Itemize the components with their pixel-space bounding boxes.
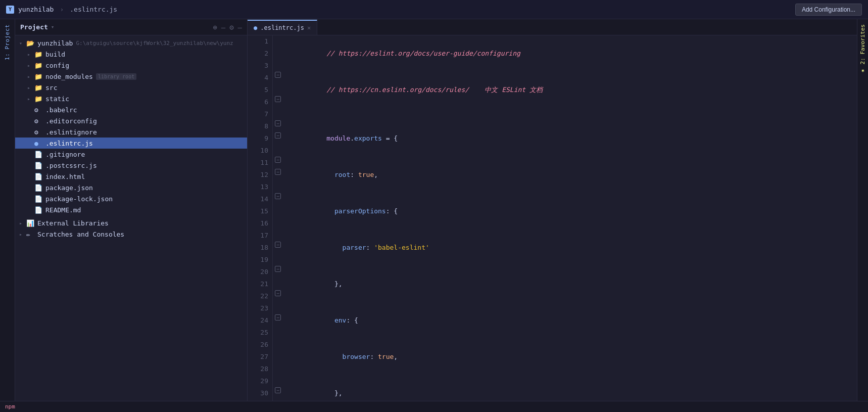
add-configuration-button[interactable]: Add Configuration... <box>795 4 862 16</box>
tree-root[interactable]: 📂 yunzhilab G:\atguigu\source\kjfWork\32… <box>15 37 247 49</box>
tree-label-babelrc: .babelrc <box>45 106 77 114</box>
filetree-collapse-icon[interactable]: — <box>221 23 225 31</box>
tree-item-scratches[interactable]: ✏️ Scratches and Consoles <box>15 228 247 240</box>
file-icon-eslintrc: ● <box>34 140 43 147</box>
ln-16: 16 <box>252 217 268 230</box>
tree-label-eslintrc: .eslintrc.js <box>45 140 93 147</box>
ln-9: 9 <box>252 132 268 145</box>
fold-marker-30[interactable]: − <box>275 387 281 393</box>
tab-label: .eslintrc.js <box>260 24 304 31</box>
bottombar: npm <box>0 401 868 412</box>
titlebar: Y yunzhilab › .eslintrc.js Add Configura… <box>0 0 868 19</box>
ln-3: 3 <box>252 60 268 72</box>
ln-20: 20 <box>252 266 268 278</box>
tree-item-config[interactable]: 📁 config <box>15 60 247 71</box>
fold-marker-12[interactable]: − <box>275 169 281 175</box>
tree-label-node-modules: node_modules <box>45 73 93 80</box>
ln-24: 24 <box>252 314 268 327</box>
editor-content-area: 1 2 3 4 5 6 7 8 9 10 11 12 13 14 15 16 1… <box>248 35 857 401</box>
filetree-settings-icon[interactable]: ⚙ <box>229 23 233 31</box>
tree-item-editorconfig[interactable]: ⚙ .editorconfig <box>15 115 247 126</box>
tree-label-index-html: index.html <box>45 173 85 180</box>
ln-19: 19 <box>252 254 268 266</box>
ln-4: 4 <box>252 72 268 84</box>
tree-item-static[interactable]: 📁 static <box>15 93 247 104</box>
app-name: yunzhilab <box>18 6 54 13</box>
fold-column: − − − − − − − − − − − − <box>273 35 283 401</box>
file-icon-index-html: 📄 <box>34 173 43 180</box>
fold-marker-9[interactable]: − <box>275 132 281 139</box>
fold-marker-6[interactable]: − <box>275 96 281 102</box>
tree-label-gitignore: .gitignore <box>45 151 85 158</box>
tree-item-postcssrc[interactable]: 📄 .postcssrc.js <box>15 160 247 171</box>
library-root-badge: library root <box>96 73 136 80</box>
titlebar-left: Y yunzhilab › .eslintrc.js <box>6 6 117 14</box>
ln-23: 23 <box>252 302 268 314</box>
ln-5: 5 <box>252 84 268 96</box>
fold-marker-20[interactable]: − <box>275 266 281 272</box>
file-icon-editorconfig: ⚙ <box>34 117 43 125</box>
tree-label-config: config <box>45 62 69 69</box>
tree-item-index-html[interactable]: 📄 index.html <box>15 171 247 182</box>
favorites-tab[interactable]: ★ 2: Favorites <box>858 19 868 80</box>
code-line-7: parser: 'babel-eslint' <box>287 230 853 266</box>
tree-item-external-libraries[interactable]: 📊 External Libraries <box>15 217 247 228</box>
folder-open-icon: 📂 <box>26 39 35 47</box>
tree-item-eslintrc[interactable]: ● .eslintrc.js <box>15 138 247 149</box>
filetree-close-icon[interactable]: — <box>238 23 242 31</box>
tree-item-build[interactable]: 📁 build <box>15 49 247 60</box>
npm-label[interactable]: npm <box>5 403 15 410</box>
tree-label-ext-libraries: External Libraries <box>37 219 109 227</box>
filetree-header-left: Project ▾ <box>20 23 54 31</box>
tree-item-package-json[interactable]: 📄 package.json <box>15 182 247 193</box>
code-line-5: root: true, <box>287 157 853 193</box>
filetree-dropdown-icon[interactable]: ▾ <box>51 24 55 30</box>
filetree-add-icon[interactable]: ⊕ <box>213 23 217 31</box>
filetree-title: Project <box>20 23 48 31</box>
tree-label-static: static <box>45 95 69 103</box>
file-tree-panel: Project ▾ ⊕ — ⚙ — 📂 yunzhilab G:\atguigu… <box>15 19 248 401</box>
tree-label-src: src <box>45 84 57 91</box>
fold-marker-13[interactable]: − <box>275 193 281 199</box>
tree-label-package-json: package.json <box>45 184 93 192</box>
tree-arrow-src <box>27 85 34 90</box>
sidebar-tab-project[interactable]: 1: Project <box>2 19 13 65</box>
fold-marker-22[interactable]: − <box>275 290 281 296</box>
folder-icon-src: 📁 <box>34 84 43 91</box>
tab-close-button[interactable]: ✕ <box>307 24 311 31</box>
fold-marker-4[interactable]: − <box>275 72 281 78</box>
fold-marker-11[interactable]: − <box>275 157 281 163</box>
ln-28: 28 <box>252 363 268 375</box>
file-icon-package-lock: 📄 <box>34 195 43 203</box>
file-icon-gitignore: 📄 <box>34 151 43 158</box>
file-icon-readme: 📄 <box>34 206 43 214</box>
tree-item-package-lock[interactable]: 📄 package-lock.json <box>15 193 247 204</box>
ln-1: 1 <box>252 35 268 48</box>
ln-25: 25 <box>252 327 268 339</box>
tab-file-icon: ● <box>254 24 257 31</box>
fold-marker-8[interactable]: − <box>275 120 281 126</box>
ln-8: 8 <box>252 120 268 132</box>
tree-item-node-modules[interactable]: 📁 node_modules library root <box>15 71 247 82</box>
fold-marker-24[interactable]: − <box>275 314 281 321</box>
code-line-1: // https://eslint.org/docs/user-guide/co… <box>287 35 853 72</box>
tree-item-babelrc[interactable]: ⚙ .babelrc <box>15 104 247 115</box>
fold-marker-18[interactable]: − <box>275 242 281 248</box>
filetree-content: 📂 yunzhilab G:\atguigu\source\kjfWork\32… <box>15 35 247 401</box>
folder-icon-node-modules: 📁 <box>34 73 43 80</box>
tree-item-src[interactable]: 📁 src <box>15 82 247 93</box>
editor-tab-eslintrc[interactable]: ● .eslintrc.js ✕ <box>248 20 317 35</box>
tree-arrow-build <box>27 52 34 57</box>
ln-11: 11 <box>252 157 268 169</box>
title-separator: › <box>60 6 64 13</box>
tree-item-gitignore[interactable]: 📄 .gitignore <box>15 149 247 160</box>
filetree-header: Project ▾ ⊕ — ⚙ — <box>15 19 247 35</box>
favorites-label: 2: Favorites <box>859 24 866 64</box>
line-numbers: 1 2 3 4 5 6 7 8 9 10 11 12 13 14 15 16 1… <box>248 35 273 401</box>
tree-item-readme[interactable]: 📄 README.md <box>15 204 247 215</box>
code-line-3 <box>287 108 853 120</box>
code-line-4: module.exports = { <box>287 120 853 157</box>
title-file: .eslintrc.js <box>70 6 117 13</box>
tree-item-eslintignore[interactable]: ⚙ .eslintignore <box>15 126 247 138</box>
code-area[interactable]: // https://eslint.org/docs/user-guide/co… <box>283 35 857 401</box>
